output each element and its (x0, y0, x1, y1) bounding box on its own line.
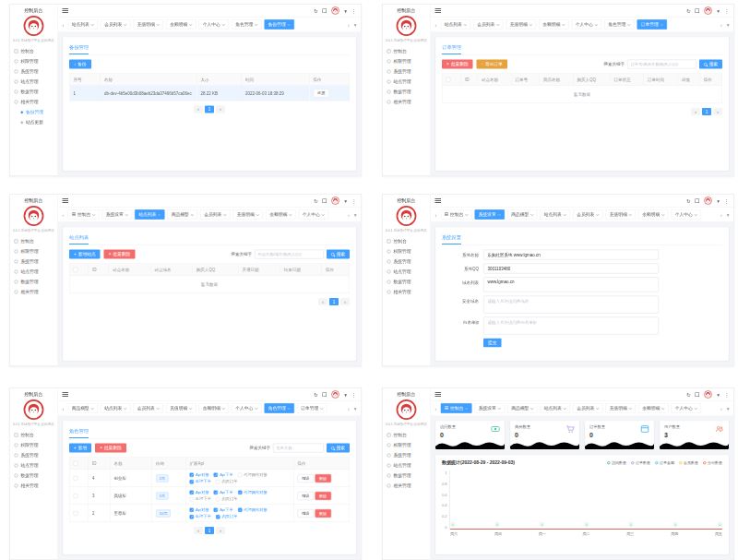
more-icon[interactable]: ⋮ (351, 392, 357, 398)
hamburger-icon[interactable] (435, 200, 442, 201)
tab[interactable]: 充值明细 (133, 19, 163, 30)
delete-button[interactable]: 删除 (315, 492, 331, 500)
sidebar-item[interactable]: 权限管理 (383, 246, 431, 256)
tabs-more-icon[interactable]: ▾ (353, 21, 358, 28)
tabs-scroll-left-icon[interactable]: ‹ (434, 22, 438, 28)
tab[interactable]: 个人中心 (198, 19, 229, 30)
sidebar-item[interactable]: 控制台 (10, 236, 58, 246)
sidebar-subitem[interactable]: 站点更新 (10, 117, 58, 127)
hamburger-icon[interactable] (63, 10, 69, 11)
search-button[interactable]: 搜索 (699, 60, 722, 69)
hamburger-icon[interactable] (435, 10, 442, 11)
sidebar-item[interactable]: 权限管理 (10, 440, 58, 450)
hamburger-icon[interactable] (63, 200, 69, 201)
more-icon[interactable]: ⋮ (351, 198, 357, 204)
system-name-input[interactable] (483, 250, 659, 260)
tab[interactable]: 商品模型 (167, 209, 197, 220)
tab[interactable]: 会员列表 (200, 209, 231, 220)
tab[interactable]: 控制台 (440, 209, 471, 220)
caret-down-icon[interactable]: ▾ (344, 8, 347, 14)
tab[interactable]: 会员列表 (101, 19, 131, 30)
tab[interactable]: 控制台 (67, 209, 99, 220)
tabs-scroll-left-icon[interactable]: ‹ (434, 212, 438, 218)
sidebar-item[interactable]: 系统管理 (383, 66, 431, 77)
sidebar-item[interactable]: 系统管理 (10, 256, 58, 267)
fullscreen-icon[interactable] (696, 198, 700, 203)
legend-item[interactable]: 访问数量 (607, 460, 626, 466)
tab[interactable]: 站点列表 (135, 209, 165, 220)
whitelist-ip-textarea[interactable] (483, 317, 659, 335)
tab[interactable]: 个人中心 (671, 403, 701, 413)
tab[interactable]: 会员列表 (573, 403, 603, 413)
page-next-button[interactable]: › (216, 527, 225, 534)
sidebar-item[interactable]: 相关管理 (10, 481, 58, 491)
page-prev-button[interactable]: ‹ (194, 106, 203, 113)
tab[interactable]: 余额明细 (638, 209, 669, 220)
page-number[interactable]: 1 (205, 527, 214, 534)
tabs-scroll-right-icon[interactable]: › (720, 22, 723, 28)
user-avatar[interactable] (331, 390, 339, 399)
sidebar-item[interactable]: 数据管理 (383, 471, 431, 481)
domain-list-textarea[interactable]: www.lgmao.cn (483, 278, 659, 292)
submit-button[interactable]: 提交 (483, 339, 502, 348)
select-all-checkbox[interactable] (74, 461, 78, 466)
fullscreen-icon[interactable] (323, 392, 327, 397)
tab[interactable]: 商品模型 (67, 403, 98, 413)
search-button[interactable]: 搜索 (327, 250, 350, 259)
search-input[interactable] (627, 60, 696, 69)
more-icon[interactable]: ⋮ (724, 8, 730, 14)
tab[interactable]: 个人中心 (232, 403, 262, 413)
sidebar-item[interactable]: 相关管理 (10, 287, 58, 297)
more-icon[interactable]: ⋮ (724, 392, 730, 398)
system-qq-input[interactable] (483, 264, 659, 274)
tab[interactable]: 站点列表 (540, 403, 570, 413)
tabs-scroll-right-icon[interactable]: › (720, 212, 723, 218)
sidebar-item[interactable]: 控制台 (383, 46, 431, 56)
hamburger-icon[interactable] (63, 394, 69, 395)
page-number[interactable]: 1 (205, 106, 214, 113)
user-avatar[interactable] (331, 197, 339, 205)
tab[interactable]: 角色管理 (232, 19, 262, 30)
sidebar-item[interactable]: 站点管理 (10, 460, 58, 471)
tab[interactable]: 个人中心 (571, 19, 601, 30)
tab[interactable]: 订单管理 (297, 403, 327, 413)
tabs-more-icon[interactable]: ▾ (726, 21, 731, 28)
tab[interactable]: 站点列表 (440, 19, 470, 30)
tab[interactable]: 个人中心 (671, 209, 701, 220)
fullscreen-icon[interactable] (696, 8, 700, 13)
more-icon[interactable]: ⋮ (724, 198, 730, 204)
sidebar-item[interactable]: 数据管理 (10, 471, 58, 481)
tabs-scroll-right-icon[interactable]: › (347, 406, 351, 411)
delete-button[interactable]: 删除 (315, 474, 331, 483)
tabs-scroll-left-icon[interactable]: ‹ (62, 212, 65, 218)
legend-item[interactable]: 分站数量 (703, 460, 722, 466)
page-next-button[interactable]: › (216, 106, 225, 113)
page-prev-button[interactable]: ‹ (691, 108, 700, 115)
user-avatar[interactable] (331, 6, 339, 15)
sidebar-item[interactable]: 权限管理 (10, 246, 58, 256)
page-prev-button[interactable]: ‹ (194, 527, 203, 534)
tab[interactable]: 余额明细 (198, 403, 229, 413)
tab[interactable]: 会员列表 (133, 403, 163, 413)
caret-down-icon[interactable]: ▾ (717, 8, 720, 14)
sidebar-item[interactable]: 相关管理 (383, 97, 431, 107)
tab[interactable]: 充值明细 (232, 209, 263, 220)
tab[interactable]: 订单管理 (637, 19, 667, 30)
sidebar-item[interactable]: 权限管理 (10, 56, 58, 66)
user-avatar[interactable] (704, 6, 712, 15)
tab[interactable]: 会员列表 (473, 19, 504, 30)
sidebar-item[interactable]: 权限管理 (383, 440, 431, 450)
restore-button[interactable]: 还原 (314, 89, 330, 98)
sidebar-item[interactable]: 系统管理 (10, 66, 58, 77)
tab[interactable]: 控制台 (440, 403, 471, 413)
user-avatar[interactable] (704, 197, 712, 205)
api-option[interactable]: 代理网站对接 (238, 490, 268, 495)
sidebar-item[interactable]: 控制台 (383, 236, 431, 246)
sidebar-item[interactable]: 站点管理 (383, 77, 431, 87)
user-avatar[interactable] (704, 390, 712, 399)
sidebar-item[interactable]: 数据管理 (383, 87, 431, 97)
add-site-button[interactable]: +新增站点 (69, 250, 101, 259)
tab[interactable]: 余额明细 (638, 403, 669, 413)
edit-button[interactable]: 编辑 (298, 509, 315, 518)
tab[interactable]: 余额明细 (539, 19, 569, 30)
